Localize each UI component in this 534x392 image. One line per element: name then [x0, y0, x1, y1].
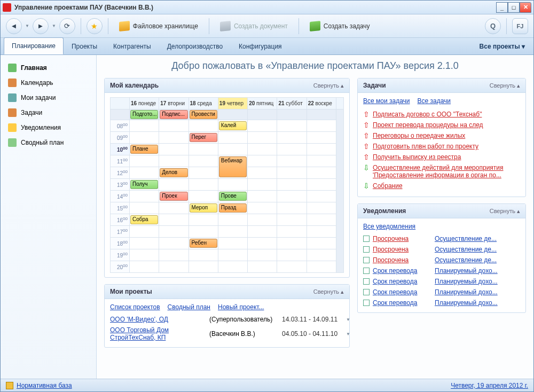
- my-tasks-link[interactable]: Все мои задачи: [363, 97, 410, 105]
- project-link-list[interactable]: Список проектов: [110, 303, 160, 311]
- cal-event[interactable]: Получ: [130, 180, 158, 189]
- maximize-button[interactable]: □: [508, 2, 520, 13]
- close-button[interactable]: ✕: [520, 2, 531, 13]
- notification-checkbox[interactable]: [363, 257, 370, 263]
- cal-event[interactable]: Празд: [219, 203, 247, 213]
- sidebar-item-0[interactable]: Главная: [4, 60, 93, 75]
- notification-link[interactable]: Планируемый дохо...: [435, 267, 520, 275]
- back-button[interactable]: ◄: [6, 18, 22, 34]
- sidebar-item-4[interactable]: Уведомления: [4, 120, 93, 135]
- cal-event[interactable]: Подпис...: [160, 110, 187, 119]
- forward-button[interactable]: ►: [33, 18, 49, 34]
- notification-status[interactable]: Срок перевода: [373, 288, 431, 296]
- tab-contractors[interactable]: Контрагенты: [105, 38, 159, 54]
- day-header[interactable]: 19 четвер: [218, 98, 247, 109]
- notification-status[interactable]: Срок перевода: [373, 278, 431, 285]
- all-projects-dropdown[interactable]: Все проекты ▾: [474, 38, 530, 54]
- sidebar-item-3[interactable]: Задачи: [4, 105, 93, 120]
- status-date[interactable]: Четверг, 19 апреля 2012 г.: [451, 382, 528, 389]
- calendar-collapse[interactable]: Свернуть ▴: [313, 82, 344, 89]
- forward-menu-icon[interactable]: ▼: [52, 23, 56, 28]
- notification-checkbox[interactable]: [363, 236, 370, 242]
- day-header[interactable]: 18 среда: [189, 98, 218, 109]
- create-task-button[interactable]: Создать задачу: [304, 19, 375, 33]
- notification-status[interactable]: Просрочена: [373, 235, 431, 242]
- day-header[interactable]: 17 вторни: [159, 98, 189, 109]
- minimize-button[interactable]: _: [496, 2, 508, 13]
- notification-checkbox[interactable]: [363, 289, 370, 295]
- notification-link[interactable]: Планируемый дохо...: [435, 288, 520, 296]
- notification-status[interactable]: Срок перевода: [373, 267, 431, 275]
- cal-event[interactable]: Проек: [160, 192, 187, 201]
- notifications-collapse[interactable]: Свернуть ▴: [490, 208, 520, 215]
- project-name[interactable]: ООО Торговый Дом СтройТехСнаб, КП: [110, 326, 206, 341]
- notification-checkbox[interactable]: [363, 246, 370, 253]
- day-header[interactable]: 21 суббот: [277, 98, 307, 109]
- all-notifications-link[interactable]: Все уведомления: [363, 223, 415, 230]
- notification-checkbox[interactable]: [363, 300, 370, 306]
- nav-label: Сводный план: [21, 139, 64, 146]
- notifications-panel: Уведомления Свернуть ▴ Все уведомленияПр…: [357, 203, 526, 313]
- notification-row: Срок переводаПланируемый дохо...: [363, 265, 520, 276]
- cal-event[interactable]: Делов: [160, 168, 187, 177]
- normative-link[interactable]: Нормативная база: [17, 382, 72, 389]
- create-document-button[interactable]: Создать документ: [215, 19, 293, 33]
- cal-event[interactable]: Подгото...: [130, 110, 158, 119]
- back-menu-icon[interactable]: ▼: [25, 23, 29, 28]
- cal-event[interactable]: Провести: [190, 110, 217, 119]
- tasks-collapse[interactable]: Свернуть ▴: [490, 82, 520, 89]
- notification-link[interactable]: Осуществление де...: [435, 235, 520, 242]
- cal-event[interactable]: Прове: [219, 192, 247, 201]
- sidebar-item-1[interactable]: Календарь: [4, 75, 93, 90]
- notification-link[interactable]: Планируемый дохо...: [435, 278, 520, 285]
- tab-config[interactable]: Конфигурация: [231, 38, 290, 54]
- day-header[interactable]: 20 пятниц: [248, 98, 277, 109]
- notification-checkbox[interactable]: [363, 278, 370, 285]
- task-link[interactable]: Собрание: [373, 182, 520, 190]
- notification-status[interactable]: Срок перевода: [373, 299, 431, 307]
- notification-status[interactable]: Просрочена: [373, 256, 431, 264]
- task-link[interactable]: Проект перевода процедуры на след: [373, 121, 520, 129]
- task-link[interactable]: Подписать договор с ООО "Техснаб": [373, 111, 520, 118]
- time-label: 1600: [111, 214, 130, 226]
- file-storage-button[interactable]: Файловое хранилище: [114, 19, 203, 33]
- search-button[interactable]: Q: [485, 18, 501, 34]
- tab-planning[interactable]: Планирование: [4, 37, 64, 54]
- tab-docflow[interactable]: Делопроизводство: [159, 38, 231, 54]
- function-button[interactable]: FJ: [512, 18, 528, 34]
- nav-icon: [8, 79, 17, 87]
- notification-link[interactable]: Планируемый дохо...: [435, 299, 520, 307]
- project-link-plan[interactable]: Сводный план: [168, 303, 210, 311]
- cal-event[interactable]: Мероп: [190, 203, 217, 213]
- function-icon: FJ: [517, 23, 524, 29]
- project-name[interactable]: ООО 'М-Видео', ОД: [110, 316, 206, 323]
- notification-link[interactable]: Осуществление де...: [435, 256, 520, 264]
- task-link[interactable]: Осуществление действий для мероприятия '…: [373, 164, 520, 179]
- cal-event[interactable]: Ребен: [190, 239, 217, 248]
- notification-status[interactable]: Просрочена: [373, 246, 431, 253]
- cal-event[interactable]: Калей: [219, 121, 247, 130]
- cal-event[interactable]: Перег: [190, 133, 217, 142]
- projects-collapse[interactable]: Свернуть ▴: [313, 288, 344, 295]
- cal-event[interactable]: Собра: [130, 215, 158, 224]
- day-header[interactable]: 22 воскре: [307, 98, 336, 109]
- notification-checkbox[interactable]: [363, 268, 370, 274]
- task-link[interactable]: Переговоры о передаче жилых: [373, 132, 520, 139]
- refresh-button[interactable]: ⟳: [59, 18, 75, 34]
- task-link[interactable]: Подготовить плвн работ по проекту: [373, 143, 520, 150]
- sidebar-item-2[interactable]: Мои задачи: [4, 90, 93, 105]
- cal-scrollbar[interactable]: [336, 109, 344, 273]
- priority-down-icon: ⇩: [363, 164, 370, 171]
- cal-event[interactable]: Плане: [130, 145, 158, 154]
- task-link[interactable]: Получить выписку из реестра: [373, 153, 520, 161]
- all-tasks-link[interactable]: Все задачи: [418, 97, 451, 105]
- notification-link[interactable]: Осуществление де...: [435, 246, 520, 253]
- day-header[interactable]: 16 понеде: [130, 98, 159, 109]
- notification-row: ПросроченаОсуществление де...: [363, 233, 520, 244]
- time-label: 1200: [111, 167, 130, 179]
- tab-projects[interactable]: Проекты: [64, 38, 105, 54]
- home-button[interactable]: ★: [87, 18, 103, 34]
- sidebar-item-5[interactable]: Сводный план: [4, 135, 93, 150]
- project-link-new[interactable]: Новый проект...: [218, 303, 264, 311]
- cal-event[interactable]: Вебинар: [219, 156, 247, 177]
